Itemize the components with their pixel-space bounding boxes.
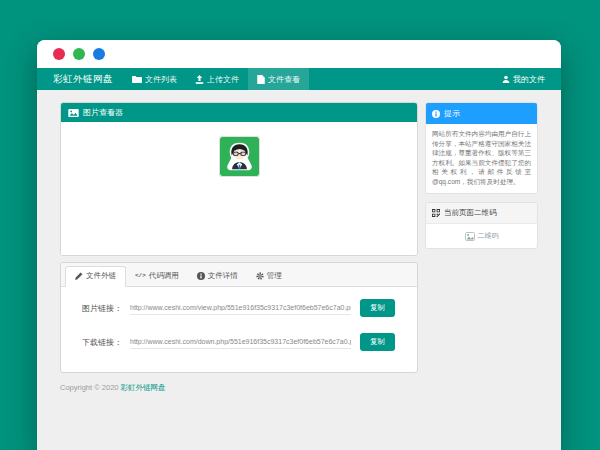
qr-panel-header: 当前页面二维码 — [426, 203, 537, 224]
nav-item-label: 文件查看 — [268, 74, 300, 85]
file-icon — [257, 75, 265, 84]
titlebar-dot-green — [73, 48, 85, 60]
nav-item-label: 上传文件 — [207, 74, 239, 85]
file-links-body: 图片链接： 复制 下载链接： 复制 — [61, 287, 417, 372]
broken-image-icon — [465, 232, 475, 241]
copy-image-link-button[interactable]: 复制 — [360, 299, 395, 317]
tab-manage[interactable]: 管理 — [247, 266, 291, 287]
tab-file-details[interactable]: 文件详情 — [188, 266, 247, 287]
qr-code-panel: 当前页面二维码 二维码 — [425, 202, 538, 249]
tab-label: 文件详情 — [208, 271, 238, 281]
info-icon — [197, 272, 205, 280]
tab-bar: 文件外链 </> 代码调用 文件详情 — [61, 263, 417, 287]
pencil-icon — [75, 272, 83, 280]
user-icon — [502, 75, 510, 84]
page-content: 图片查看器 — [37, 90, 561, 393]
qr-broken-alt-text: 二维码 — [478, 231, 499, 241]
footer-copyright: Copyright © 2020 彩虹外链网盘 — [60, 383, 418, 393]
titlebar-dot-blue — [93, 48, 105, 60]
download-link-row: 下载链接： 复制 — [82, 333, 395, 351]
gear-icon — [256, 272, 264, 280]
sidebar-column: 提示 网站所有文件内容均由用户自行上传分享，本站严格遵守国家相关法律法规，尊重著… — [425, 102, 538, 249]
tab-label: 文件外链 — [86, 271, 116, 281]
nav-item-label: 文件列表 — [145, 74, 177, 85]
image-link-row: 图片链接： 复制 — [82, 299, 395, 317]
nav-item-upload-file[interactable]: 上传文件 — [186, 68, 248, 90]
image-viewer-body — [61, 122, 417, 255]
tab-code-embed[interactable]: </> 代码调用 — [126, 266, 188, 287]
avatar-image[interactable] — [220, 137, 259, 176]
file-links-panel: 文件外链 </> 代码调用 文件详情 — [60, 262, 418, 373]
image-link-input[interactable] — [130, 302, 351, 315]
image-viewer-panel: 图片查看器 — [60, 102, 418, 256]
nav-item-file-list[interactable]: 文件列表 — [123, 68, 186, 90]
browser-window: 彩虹外链网盘 文件列表 上传文件 文件查看 我的文件 — [37, 40, 561, 450]
nav-item-file-view[interactable]: 文件查看 — [248, 68, 309, 90]
qr-panel-body: 二维码 — [426, 224, 537, 248]
image-viewer-header: 图片查看器 — [61, 103, 417, 122]
copyright-text: Copyright © 2020 — [60, 383, 118, 392]
nav-item-my-files[interactable]: 我的文件 — [502, 68, 545, 90]
image-link-label: 图片链接： — [82, 303, 130, 314]
main-column: 图片查看器 — [60, 102, 418, 393]
tab-file-external-link[interactable]: 文件外链 — [65, 266, 126, 287]
tips-header: 提示 — [426, 103, 537, 124]
window-titlebar — [37, 40, 561, 68]
download-link-label: 下载链接： — [82, 337, 130, 348]
tips-title: 提示 — [444, 108, 460, 119]
tab-label: 管理 — [267, 271, 282, 281]
qr-panel-title: 当前页面二维码 — [444, 208, 497, 218]
info-circle-icon — [432, 110, 440, 118]
download-link-input[interactable] — [130, 336, 351, 349]
titlebar-dot-red — [53, 48, 65, 60]
tips-body-text: 网站所有文件内容均由用户自行上传分享，本站严格遵守国家相关法律法规，尊重著作权、… — [426, 124, 537, 193]
top-navbar: 彩虹外链网盘 文件列表 上传文件 文件查看 我的文件 — [37, 68, 561, 90]
qr-code-icon — [432, 209, 440, 217]
upload-icon — [195, 75, 204, 84]
image-viewer-title: 图片查看器 — [83, 107, 123, 118]
footer-brand-link[interactable]: 彩虹外链网盘 — [121, 383, 166, 392]
brand-logo[interactable]: 彩虹外链网盘 — [53, 68, 113, 90]
tab-label: 代码调用 — [149, 271, 179, 281]
tips-panel: 提示 网站所有文件内容均由用户自行上传分享，本站严格遵守国家相关法律法规，尊重著… — [425, 102, 538, 194]
nav-item-label: 我的文件 — [513, 74, 545, 85]
copy-download-link-button[interactable]: 复制 — [360, 333, 395, 351]
image-icon — [68, 109, 79, 117]
folder-icon — [132, 75, 142, 84]
